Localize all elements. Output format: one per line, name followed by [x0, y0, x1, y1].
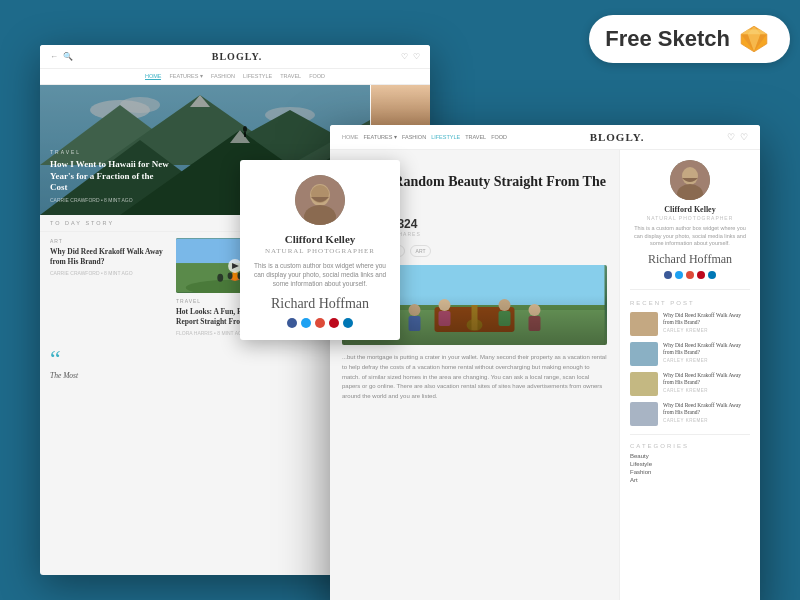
- svg-point-25: [217, 274, 223, 282]
- back-nav-travel[interactable]: TRAVEL: [280, 73, 301, 80]
- sidebar-social-p[interactable]: [697, 271, 705, 279]
- category-art[interactable]: Art: [630, 477, 750, 483]
- recent-post-1-title[interactable]: Why Did Reed Krakoff Walk Away from His …: [663, 312, 750, 326]
- author-card: Clifford Kelley NATURAL PHOTOGRAPHER Thi…: [240, 160, 400, 340]
- recent-post-4-thumb: [630, 402, 658, 426]
- front-nav-features[interactable]: FEATURES ▾: [364, 134, 397, 140]
- pages-container: ← 🔍 BLOGLY. ♡ ♡ HOME FEATURES ▾ FASHION …: [40, 45, 770, 580]
- front-share-icon[interactable]: ♡: [727, 132, 735, 142]
- sidebar-social-in[interactable]: [708, 271, 716, 279]
- sidebar-author-name: Clifford Kelley: [630, 205, 750, 214]
- back-article-1-tag: ART: [50, 238, 168, 244]
- recent-post-3-author: CARLEY KREMER: [663, 388, 750, 393]
- recent-post-1-thumb: [630, 312, 658, 336]
- back-section-label: TO DAY STORY: [50, 220, 114, 226]
- recent-post-4-title[interactable]: Why Did Reed Krakoff Walk Away from His …: [663, 402, 750, 416]
- recent-post-label: RECENT POST: [630, 300, 750, 306]
- front-tag-art[interactable]: ART: [410, 245, 432, 257]
- social-in[interactable]: [343, 318, 353, 328]
- free-sketch-badge: Free Sketch: [589, 15, 790, 63]
- social-g[interactable]: [315, 318, 325, 328]
- recent-post-1: Why Did Reed Krakoff Walk Away from His …: [630, 312, 750, 336]
- back-nav-fashion[interactable]: FASHION: [211, 73, 235, 80]
- back-heart-icon: ♡: [401, 52, 408, 61]
- recent-post-3-title[interactable]: Why Did Reed Krakoff Walk Away from His …: [663, 372, 750, 386]
- recent-post-4-info: Why Did Reed Krakoff Walk Away from His …: [663, 402, 750, 423]
- front-sidebar: Clifford Kelley NATURAL PHOTOGRAPHER Thi…: [620, 150, 760, 600]
- back-nav: HOME FEATURES ▾ FASHION LIFESTYLE TRAVEL…: [40, 69, 430, 85]
- category-lifestyle[interactable]: Lifestyle: [630, 461, 750, 467]
- sketch-icon: [738, 23, 770, 55]
- social-f[interactable]: [287, 318, 297, 328]
- recent-post-2-author: CARLEY KREMER: [663, 358, 750, 363]
- front-nav-lifestyle[interactable]: LIFESTYLE: [431, 134, 460, 140]
- sidebar-author-role: NATURAL PHOTOGRAPHER: [630, 215, 750, 221]
- recent-post-2-title[interactable]: Why Did Reed Krakoff Walk Away from His …: [663, 342, 750, 356]
- sidebar-social-t[interactable]: [675, 271, 683, 279]
- author-avatar-svg: [295, 175, 345, 225]
- recent-post-1-author: CARLEY KREMER: [663, 328, 750, 333]
- front-header: HOME FEATURES ▾ FASHION LIFESTYLE TRAVEL…: [330, 125, 760, 150]
- social-t[interactable]: [301, 318, 311, 328]
- recent-post-2-info: Why Did Reed Krakoff Walk Away from His …: [663, 342, 750, 363]
- front-article-text: ...but the mortgage is putting a crater …: [342, 353, 607, 401]
- back-hero-text: TRAVEL How I Went to Hawaii for New Year…: [50, 149, 170, 203]
- author-card-name: Clifford Kelley: [252, 233, 388, 245]
- front-logo: BLOGLY.: [590, 131, 645, 143]
- back-nav-home[interactable]: HOME: [145, 73, 162, 80]
- social-p[interactable]: [329, 318, 339, 328]
- front-nav-food[interactable]: FOOD: [491, 134, 507, 140]
- front-nav: HOME FEATURES ▾ FASHION LIFESTYLE TRAVEL…: [342, 134, 507, 140]
- front-nav-travel[interactable]: TRAVEL: [465, 134, 486, 140]
- svg-point-27: [228, 272, 233, 279]
- back-logo: BLOGLY.: [212, 51, 262, 62]
- sidebar-author: Clifford Kelley NATURAL PHOTOGRAPHER Thi…: [630, 160, 750, 290]
- sidebar-social-g[interactable]: [686, 271, 694, 279]
- recent-post-3: Why Did Reed Krakoff Walk Away from His …: [630, 372, 750, 396]
- author-social: [252, 318, 388, 328]
- categories-section: CATEGORIES Beauty Lifestyle Fashion Art: [630, 434, 750, 483]
- sidebar-social-f[interactable]: [664, 271, 672, 279]
- recent-post-3-thumb: [630, 372, 658, 396]
- category-beauty[interactable]: Beauty: [630, 453, 750, 459]
- back-hero-author: CARRIE CRAWFORD • 8 MINT AGO: [50, 197, 170, 203]
- categories-label: CATEGORIES: [630, 443, 750, 449]
- sidebar-signature: Richard Hoffman: [630, 252, 750, 267]
- author-card-bio: This is a custom author box widget where…: [252, 261, 388, 288]
- free-sketch-label: Free Sketch: [605, 26, 730, 52]
- front-nav-home[interactable]: HOME: [342, 134, 359, 140]
- back-article-1-author: CARRIE CRAWFORD • 8 MINT AGO: [50, 270, 168, 276]
- recent-post-2: Why Did Reed Krakoff Walk Away from His …: [630, 342, 750, 366]
- recent-post-3-info: Why Did Reed Krakoff Walk Away from His …: [663, 372, 750, 393]
- svg-marker-4: [741, 29, 767, 34]
- back-nav-features[interactable]: FEATURES ▾: [169, 73, 202, 80]
- category-fashion[interactable]: Fashion: [630, 469, 750, 475]
- front-heart-icon[interactable]: ♡: [740, 132, 748, 142]
- sidebar-author-avatar: [670, 160, 710, 200]
- back-header: ← 🔍 BLOGLY. ♡ ♡: [40, 45, 430, 69]
- author-card-role: NATURAL PHOTOGRAPHER: [252, 247, 388, 255]
- sidebar-avatar-svg: [670, 160, 710, 200]
- recent-post-4: Why Did Reed Krakoff Walk Away from His …: [630, 402, 750, 426]
- front-nav-fashion[interactable]: FASHION: [402, 134, 426, 140]
- svg-point-53: [682, 167, 698, 185]
- front-header-icons: ♡ ♡: [727, 132, 748, 142]
- back-nav-lifestyle[interactable]: LIFESTYLE: [243, 73, 272, 80]
- author-avatar: [295, 175, 345, 225]
- hero-thumb-1: [370, 85, 430, 128]
- sidebar-author-bio: This is a custom author box widget where…: [630, 225, 750, 248]
- back-nav-food[interactable]: FOOD: [309, 73, 325, 80]
- back-article-1-title[interactable]: Why Did Reed Krakoff Walk Away from His …: [50, 247, 168, 267]
- back-hero-title: How I Went to Hawaii for New Year's for …: [50, 159, 170, 194]
- back-hero-tag: TRAVEL: [50, 149, 170, 155]
- sidebar-social: [630, 271, 750, 279]
- recent-post-4-author: CARLEY KREMER: [663, 418, 750, 423]
- back-bookmark-icon: ♡: [413, 52, 420, 61]
- recent-post-2-thumb: [630, 342, 658, 366]
- back-article-1: ART Why Did Reed Krakoff Walk Away from …: [50, 238, 168, 336]
- author-signature: Richard Hoffman: [252, 296, 388, 312]
- recent-post-1-info: Why Did Reed Krakoff Walk Away from His …: [663, 312, 750, 333]
